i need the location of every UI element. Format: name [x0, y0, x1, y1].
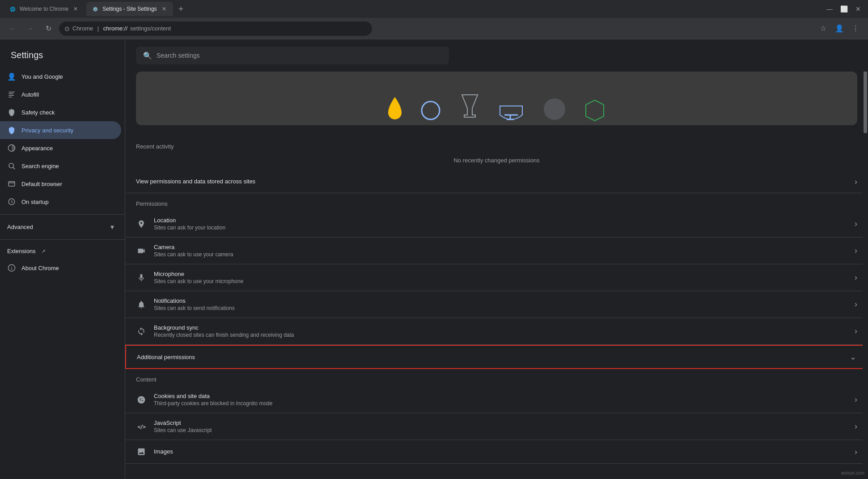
person-icon: 👤: [7, 72, 16, 81]
permission-notifications[interactable]: Notifications Sites can ask to send noti…: [125, 291, 868, 318]
sidebar-label-advanced: Advanced: [7, 224, 33, 230]
permission-location[interactable]: Location Sites can ask for your location…: [125, 211, 868, 237]
sidebar-item-about-chrome[interactable]: About Chrome: [0, 259, 121, 277]
permission-background-sync[interactable]: Background sync Recently closed sites ca…: [125, 318, 868, 345]
sidebar-item-default-browser[interactable]: Default browser: [0, 175, 121, 193]
content-images[interactable]: Images ›: [125, 440, 868, 464]
main-content: Settings 👤 You and Google Autofill Safet…: [0, 39, 868, 479]
no-activity-text: No recently changed permissions: [125, 153, 868, 171]
content-javascript[interactable]: </> JavaScript Sites can use Javascript …: [125, 413, 868, 440]
images-text: Images: [154, 448, 847, 456]
appearance-icon: [7, 144, 16, 153]
url-separator: |: [96, 25, 101, 32]
cookies-icon: [136, 394, 147, 405]
view-permissions-title: View permissions and data stored across …: [136, 178, 847, 185]
address-bar: ← → ↻ ⊙ Chrome | chrome://settings/conte…: [0, 18, 868, 39]
svg-point-5: [9, 163, 14, 168]
permission-camera[interactable]: Camera Sites can ask to use your camera …: [125, 237, 868, 264]
camera-arrow: ›: [855, 246, 857, 255]
svg-rect-2: [8, 95, 14, 96]
microphone-desc: Sites can ask to use your microphone: [154, 278, 847, 284]
search-input[interactable]: [157, 52, 442, 59]
tab-welcome[interactable]: 🌐 Welcome to Chrome ✕: [4, 2, 85, 16]
search-input-icon: 🔍: [143, 51, 152, 60]
sidebar-item-safety-check[interactable]: Safety check: [0, 103, 121, 121]
location-desc: Sites can ask for your location: [154, 225, 847, 231]
javascript-text: JavaScript Sites can use Javascript: [154, 420, 847, 433]
minimize-button[interactable]: —: [823, 3, 836, 15]
bookmark-button[interactable]: ☆: [816, 21, 830, 36]
javascript-icon: </>: [136, 421, 147, 432]
javascript-arrow: ›: [855, 422, 857, 431]
background-sync-desc: Recently closed sites can finish sending…: [154, 332, 847, 338]
view-permissions-text: View permissions and data stored across …: [136, 178, 847, 186]
content-cookies[interactable]: Cookies and site data Third-party cookie…: [125, 386, 868, 413]
banner-shape-4: [498, 104, 525, 122]
svg-point-20: [140, 398, 141, 400]
tab-settings-close[interactable]: ✕: [161, 5, 168, 13]
tab-settings-icon: ⚙️: [92, 5, 99, 13]
notifications-text: Notifications Sites can ask to send noti…: [154, 297, 847, 311]
svg-point-23: [142, 400, 143, 401]
close-button[interactable]: ✕: [852, 3, 864, 15]
notifications-icon: [136, 299, 147, 310]
sidebar-label-extensions: Extensions: [7, 248, 36, 254]
cookies-arrow: ›: [855, 395, 857, 404]
banner-shape-2: [419, 99, 442, 122]
content-area: 🔍: [125, 39, 868, 479]
sidebar-item-on-startup[interactable]: On startup: [0, 193, 121, 211]
sidebar-item-autofill[interactable]: Autofill: [0, 85, 121, 103]
sidebar-divider-2: [0, 239, 125, 240]
images-title: Images: [154, 448, 847, 455]
permission-microphone[interactable]: Microphone Sites can ask to use your mic…: [125, 264, 868, 291]
sidebar-label-you-and-google: You and Google: [21, 73, 63, 80]
sidebar-item-advanced[interactable]: Advanced ▾: [0, 218, 121, 236]
new-tab-button[interactable]: +: [175, 3, 187, 15]
menu-button[interactable]: ⋮: [848, 21, 863, 36]
camera-desc: Sites can ask to use your camera: [154, 251, 847, 258]
advanced-chevron-icon: ▾: [110, 223, 114, 231]
sidebar-item-privacy-security[interactable]: Privacy and security: [0, 121, 121, 139]
sidebar-item-extensions[interactable]: Extensions ↗: [0, 243, 121, 259]
title-bar-controls: — ⬜ ✕: [823, 3, 864, 15]
permissions-section-label: Permissions: [125, 193, 868, 211]
svg-text:</>: </>: [138, 424, 146, 429]
profile-button[interactable]: 👤: [832, 21, 847, 36]
sidebar-item-appearance[interactable]: Appearance: [0, 139, 121, 157]
about-chrome-icon: [7, 263, 16, 272]
url-prefix: Chrome: [72, 25, 93, 32]
scrollbar-track[interactable]: [863, 39, 868, 479]
address-bar-right: ☆ 👤 ⋮: [816, 21, 863, 36]
camera-text: Camera Sites can ask to use your camera: [154, 244, 847, 258]
search-bar[interactable]: 🔍: [136, 47, 449, 64]
maximize-button[interactable]: ⬜: [838, 3, 850, 15]
banner-shape-3: [460, 90, 480, 122]
recent-activity-header: Recent activity: [125, 136, 868, 153]
back-button[interactable]: ←: [5, 21, 20, 36]
browser-icon: [7, 179, 16, 188]
search-icon: [7, 161, 16, 170]
tab-welcome-close[interactable]: ✕: [72, 5, 79, 13]
refresh-button[interactable]: ↻: [41, 21, 55, 36]
svg-point-21: [142, 398, 143, 399]
sidebar-item-search-engine[interactable]: Search engine: [0, 157, 121, 175]
view-permissions-arrow: ›: [855, 177, 857, 187]
sidebar-label-safety-check: Safety check: [21, 109, 55, 116]
tab-settings[interactable]: ⚙️ Settings - Site Settings ✕: [86, 2, 173, 16]
sidebar-label-appearance: Appearance: [21, 145, 53, 152]
sidebar-item-you-and-google[interactable]: 👤 You and Google: [0, 68, 121, 85]
images-icon: [136, 446, 147, 457]
background-sync-title: Background sync: [154, 324, 847, 331]
svg-point-11: [11, 266, 12, 267]
camera-icon: [136, 246, 147, 256]
location-title: Location: [154, 217, 847, 224]
url-bar[interactable]: ⊙ Chrome | chrome://settings/content: [59, 21, 372, 36]
cookies-title: Cookies and site data: [154, 393, 847, 399]
additional-permissions-row[interactable]: Additional permissions ⌄: [125, 345, 868, 369]
svg-point-13: [422, 102, 440, 119]
notifications-arrow: ›: [855, 300, 857, 309]
view-permissions-row[interactable]: View permissions and data stored across …: [125, 171, 868, 193]
microphone-arrow: ›: [855, 273, 857, 282]
forward-button[interactable]: →: [23, 21, 38, 36]
images-arrow: ›: [855, 447, 857, 457]
